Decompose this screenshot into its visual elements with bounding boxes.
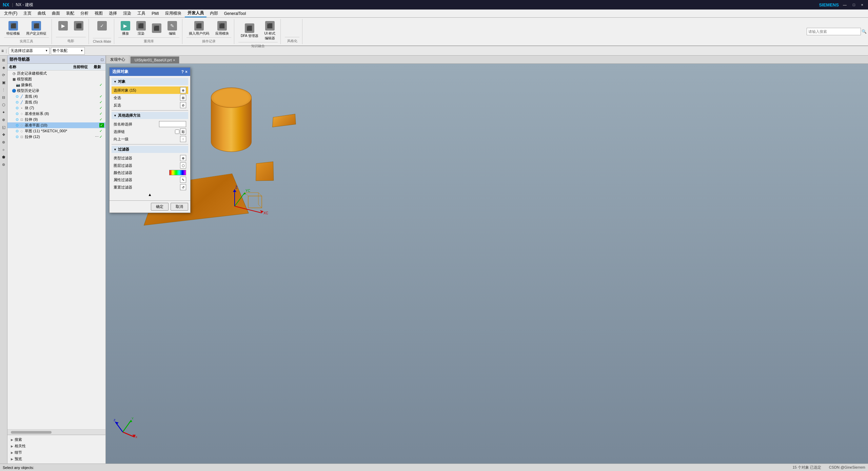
nx-logo: NX bbox=[3, 2, 9, 7]
sidebar-icon-6[interactable]: ⊟ bbox=[0, 94, 7, 101]
menu-internal[interactable]: 内部 bbox=[207, 10, 221, 17]
tree-item-model-history[interactable]: 🔵 模型历史记录 bbox=[7, 88, 105, 94]
expand-arrow[interactable]: ▲ bbox=[112, 191, 188, 198]
tree-item-extrude12[interactable]: ⊙ ⊡ 拉伸 (12) ⋯ ✓ bbox=[7, 134, 105, 140]
menu-icon[interactable]: ≡ bbox=[1, 48, 4, 53]
sidebar-icon-2[interactable]: ◈ bbox=[0, 64, 7, 71]
ribbon-btn-stop[interactable]: ⬛ bbox=[150, 22, 164, 35]
menu-analysis[interactable]: 分析 bbox=[78, 10, 91, 17]
parts-search[interactable]: ▶ 搜索 bbox=[9, 436, 103, 443]
color-bar[interactable] bbox=[169, 170, 186, 175]
sidebar-icon-3[interactable]: ⟳ bbox=[0, 72, 7, 78]
parts-preview[interactable]: ▶ 预览 bbox=[9, 456, 103, 462]
sidebar-icon-8[interactable]: ✦ bbox=[0, 109, 7, 116]
tree-item-model-view[interactable]: ▦ 模型视图 bbox=[7, 76, 105, 82]
byname-input[interactable] bbox=[159, 121, 186, 127]
dialog-section-objects[interactable]: ▼ 对象 bbox=[112, 78, 188, 85]
chain-icon[interactable]: ⛓ bbox=[180, 129, 186, 135]
menu-file[interactable]: 文件(F) bbox=[1, 10, 20, 17]
sidebar-icon-12[interactable]: ⊛ bbox=[0, 139, 7, 145]
tab-close-icon[interactable]: × bbox=[173, 58, 175, 62]
parts-detail[interactable]: ▶ 细节 bbox=[9, 449, 103, 456]
sidebar-icon-1[interactable]: ⊞ bbox=[0, 57, 7, 63]
crosshair-icon[interactable]: ⊕ bbox=[180, 87, 186, 93]
ribbon-search-input[interactable] bbox=[807, 28, 861, 35]
sidebar-icon-5[interactable]: ⋮ bbox=[0, 86, 7, 93]
chain-checkbox[interactable] bbox=[175, 130, 179, 134]
search-icon[interactable]: 🔍 bbox=[862, 29, 867, 34]
sidebar-icon-11[interactable]: ❖ bbox=[0, 131, 7, 138]
tab-discovery[interactable]: 发现中心 bbox=[106, 55, 130, 63]
dialog-cancel-btn[interactable]: 取消 bbox=[171, 203, 188, 211]
filter-dropdown[interactable]: 无选择过滤器 bbox=[9, 47, 50, 55]
parts-related[interactable]: ▶ 相关性 bbox=[9, 443, 103, 449]
tab-file[interactable]: UIStyler01_BaseUI.prt × bbox=[130, 56, 179, 63]
tree-item-line5[interactable]: ⊙ ╱ 直线 (5) ✓ bbox=[7, 99, 105, 105]
menu-appmodule[interactable]: 应用模块 bbox=[162, 10, 184, 17]
ribbon-btn-appmod[interactable]: ⬛ 应用模块 bbox=[213, 20, 231, 37]
menu-surface[interactable]: 曲面 bbox=[49, 10, 63, 17]
menu-assembly[interactable]: 装配 bbox=[63, 10, 77, 17]
col-current: 当前特征 bbox=[70, 64, 91, 70]
select-all-icon[interactable]: ⊞ bbox=[180, 95, 186, 101]
ribbon-btn-cm1[interactable]: ✓ bbox=[95, 20, 109, 33]
parts-panel-expand[interactable]: □ bbox=[101, 57, 103, 62]
input-icon: ⬛ bbox=[194, 21, 204, 31]
menu-tools[interactable]: 工具 bbox=[135, 10, 148, 17]
tree-item-sketch11[interactable]: ⊙ ◇ 草图 (11) *SKETCH_000* ✓ bbox=[7, 128, 105, 134]
dialog-help-btn[interactable]: ? bbox=[181, 70, 184, 74]
sidebar-icon-13[interactable]: ⟐ bbox=[0, 146, 7, 153]
dialog-section-other[interactable]: ▼ 其他选择方法 bbox=[112, 112, 188, 119]
dialog-row-reset-filter: 重置过滤器 ↺ bbox=[112, 183, 188, 191]
menu-curve[interactable]: 曲线 bbox=[35, 10, 48, 17]
sidebar-icon-15[interactable]: ⊚ bbox=[0, 161, 7, 168]
ribbon-btn-play[interactable]: ▶ 播放 bbox=[118, 20, 133, 37]
sidebar-icon-4[interactable]: ▣ bbox=[0, 79, 7, 86]
close-button[interactable]: × bbox=[859, 3, 865, 7]
menu-render[interactable]: 渲染 bbox=[120, 10, 134, 17]
menu-generaltool[interactable]: GeneralTool bbox=[221, 11, 249, 17]
menu-home[interactable]: 主页 bbox=[21, 10, 34, 17]
type-filter-icon[interactable]: ⊕ bbox=[180, 155, 186, 161]
assembly-dropdown[interactable]: 整个装配 bbox=[51, 47, 85, 55]
triad-indicator: X Y Z bbox=[113, 415, 140, 443]
sidebar-icon-14[interactable]: ⬟ bbox=[0, 154, 7, 160]
ribbon-btn-row4: ▶ 播放 ⬛ 渲染 ⬛ ✎ 编辑 bbox=[118, 20, 179, 37]
menu-view[interactable]: 视图 bbox=[92, 10, 105, 17]
tree-item-extrude9[interactable]: ⊙ ⊡ 拉伸 (9) ✓ bbox=[7, 117, 105, 122]
ribbon-btn-dfa[interactable]: ⬛ DFA 管理器 bbox=[238, 22, 261, 40]
layer-filter-icon[interactable]: ⬡ bbox=[180, 162, 186, 169]
tree-item-block7[interactable]: ⊙ ▪ 块 (7) ✓ bbox=[7, 105, 105, 111]
ribbon-btn-template[interactable]: ⬛ 特征模板 bbox=[4, 20, 22, 37]
tree-item-history-mode[interactable]: ◷ 历史记录建模模式 bbox=[7, 71, 105, 76]
min-button[interactable]: — bbox=[841, 3, 849, 7]
uplevel-icon[interactable]: ↑ bbox=[180, 136, 186, 142]
tree-item-line4[interactable]: ⊙ ╱ 直线 (4) ✓ bbox=[7, 94, 105, 99]
ribbon-btn-input[interactable]: ⬛ 插入用户代码 bbox=[186, 20, 212, 37]
sidebar-icon-9[interactable]: ⊕ bbox=[0, 116, 7, 123]
ribbon-btn-edit[interactable]: ✎ 编辑 bbox=[165, 20, 179, 37]
menu-select[interactable]: 选择 bbox=[106, 10, 120, 17]
max-button[interactable]: □ bbox=[851, 3, 857, 7]
menu-developer[interactable]: 开发人员 bbox=[185, 9, 206, 17]
ribbon-btn-movie1[interactable]: ▶ bbox=[56, 20, 70, 33]
sidebar-icon-10[interactable]: ◱ bbox=[0, 124, 7, 131]
ribbon-btn-dye[interactable]: ⬛ 渲染 bbox=[134, 20, 148, 37]
tree-item-datum-csys8[interactable]: ⊙ ⊹ 基准坐标系 (8) ✓ bbox=[7, 111, 105, 117]
check-icon-ext9: ✓ bbox=[99, 117, 104, 122]
dialog-close-btn[interactable]: × bbox=[185, 70, 188, 74]
reset-filter-icon[interactable]: ↺ bbox=[180, 184, 186, 190]
ribbon-btn-movie2[interactable]: ⬛ bbox=[72, 20, 86, 33]
tree-item-camera[interactable]: 📷 摄像机 ✓ bbox=[7, 82, 105, 88]
dialog-section-filters[interactable]: ▼ 过滤器 bbox=[112, 146, 188, 153]
sidebar-icon-7[interactable]: ⬡ bbox=[0, 101, 7, 108]
dialog-ok-btn[interactable]: 确定 bbox=[151, 203, 169, 211]
tree-item-datum-plane10[interactable]: ⊙ ◇ 基准平面 (10) ✓ bbox=[7, 122, 105, 128]
ribbon-btn-style[interactable]: ⬛ UI 样式编辑器 bbox=[262, 20, 278, 42]
invert-icon[interactable]: ⊘ bbox=[180, 102, 186, 108]
ribbon-btn-user-feat[interactable]: ⬛ 用户定义特征 bbox=[24, 20, 49, 37]
attr-filter-icon[interactable]: ✎ bbox=[180, 177, 186, 183]
menu-pmi[interactable]: PMI bbox=[149, 11, 161, 17]
horizontal-scrollbar[interactable] bbox=[7, 429, 105, 435]
scrollbar-thumb[interactable] bbox=[11, 431, 52, 434]
